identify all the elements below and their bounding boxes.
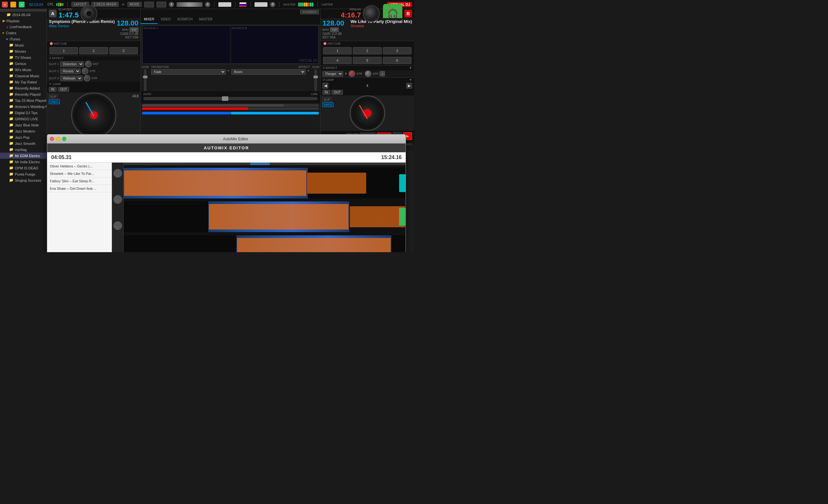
- deck-a-slot2-select[interactable]: Reverb: [60, 68, 81, 74]
- mixer-tab-video[interactable]: VIDEO: [158, 15, 174, 24]
- deck-b-str-knob[interactable]: [349, 71, 355, 77]
- playlist-item-3[interactable]: Eva Shaw – Get Down feat....: [47, 185, 112, 192]
- deck-b-plus-button[interactable]: +: [380, 71, 385, 76]
- track2-blue: [208, 201, 349, 232]
- sidebar-item-livefeedback[interactable]: ♪ LiveFeedback: [0, 24, 47, 30]
- deck-b-cue-2[interactable]: 2: [353, 47, 381, 54]
- mode-button[interactable]: MODE: [127, 2, 142, 7]
- sidebar-item-recentlyplayed[interactable]: 📁 Recently Played: [0, 91, 47, 97]
- sidebar-item-genius[interactable]: 📁 Genius: [0, 60, 47, 66]
- sidebar-item-jazzsmooth[interactable]: 📁 Jazz Smooth: [0, 140, 47, 146]
- gain-b-track[interactable]: [315, 69, 317, 91]
- deck-a-in-button[interactable]: IN: [49, 87, 56, 92]
- gain-a-thumb: [143, 76, 148, 78]
- sidebar-item-recentlyadded[interactable]: 📁 Recently Added: [0, 85, 47, 91]
- sidebar-item-music[interactable]: 📁 Music: [0, 42, 47, 48]
- sidebar-item-playlists[interactable]: ▶ Playlists: [0, 18, 47, 24]
- deck-a-slot3-select[interactable]: Wahwah: [60, 76, 82, 81]
- deck-b-tap-button[interactable]: TAP: [330, 28, 339, 32]
- sidebar-item-jazzblue[interactable]: 📁 Jazz Blue Note: [0, 122, 47, 128]
- transition-effect-select[interactable]: Boom: [231, 69, 306, 75]
- automix-close-button[interactable]: [50, 137, 54, 141]
- deck-b-cue-1[interactable]: 1: [323, 47, 351, 54]
- mixer-tab-mixer[interactable]: MIXER: [141, 15, 158, 24]
- deck-a-slot1-knob[interactable]: [85, 61, 91, 67]
- headphone-btn-1[interactable]: 🎧: [114, 169, 122, 178]
- mixer-mode-button[interactable]: 2 DECK MIXER: [91, 2, 119, 7]
- automix-max-button[interactable]: [62, 137, 66, 141]
- deck-a-slip-label[interactable]: SLIP: [49, 94, 58, 99]
- sidebar-item-digitaldj[interactable]: 📁 Digital DJ Tips: [0, 109, 47, 116]
- deck-b-loop-prev[interactable]: ◀: [323, 83, 328, 89]
- deck-b-in-button[interactable]: IN: [323, 90, 330, 95]
- sidebar-item-itunes[interactable]: ▸ iTunes: [0, 36, 47, 42]
- deck-a-turntable[interactable]: [71, 92, 116, 138]
- deck-b-loop-next[interactable]: ▶: [406, 83, 412, 89]
- deck-a-slot2-knob[interactable]: [82, 68, 88, 74]
- mixer-tab-scratch[interactable]: SCRATCH: [174, 15, 196, 24]
- sandbox-button[interactable]: SANDBOX: [300, 10, 319, 14]
- deck-b-cue-4[interactable]: 4: [323, 57, 351, 64]
- deck-a-album-art: [81, 5, 97, 22]
- sidebar-item-movies[interactable]: 📁 Movies: [0, 48, 47, 54]
- deck-a-tap-button[interactable]: TAP: [130, 28, 138, 32]
- tempo-slider[interactable]: [218, 2, 231, 7]
- volume-track[interactable]: [142, 112, 319, 114]
- sidebar-item-top25[interactable]: 📁 Top 25 Most Played: [0, 97, 47, 103]
- sidebar-item-toprated[interactable]: 📁 My Top Rated: [0, 79, 47, 85]
- sidebar-item-2014[interactable]: 📁 2014-05-04: [0, 12, 47, 18]
- playlist-item-0[interactable]: Oliver Heldens – Gecko (...: [47, 163, 112, 170]
- automix-content: Oliver Heldens – Gecko (... Showtek – We…: [47, 163, 406, 252]
- deck-a-cue-1[interactable]: 1: [49, 47, 78, 54]
- close-button[interactable]: ×: [2, 2, 8, 7]
- sidebar-item-antonio[interactable]: 📁 Antonio's Wedding New: [0, 103, 47, 109]
- deck-a-cue-2[interactable]: 2: [79, 47, 108, 54]
- deck-b-vinyl-label[interactable]: VINYL: [323, 102, 333, 107]
- headphone-btn-2[interactable]: 🎧: [114, 195, 122, 204]
- sidebar-item-90s[interactable]: 📁 90's Music: [0, 66, 47, 73]
- automix-progress-track[interactable]: [124, 163, 406, 165]
- deck-a-slot1-select[interactable]: Distortion: [60, 61, 84, 67]
- sidebar-item-singing[interactable]: 📁 Singing Success: [0, 177, 47, 183]
- sidebar-item-crates[interactable]: ▸ Crates: [0, 30, 47, 36]
- deck-b-cue-5[interactable]: 5: [353, 57, 381, 64]
- eq-midhigh-track[interactable]: [142, 107, 319, 110]
- crossfader-track[interactable]: [143, 97, 318, 100]
- deck-b-out-button[interactable]: OUT: [332, 90, 343, 95]
- deck-b-spd-knob[interactable]: [365, 71, 371, 77]
- deck-b-turntable[interactable]: [349, 95, 385, 131]
- playlist-item-1[interactable]: Showtek – We Like To Par...: [47, 170, 112, 178]
- sidebar-item-jazzpop[interactable]: 📁 Jazz Pop: [0, 134, 47, 140]
- deck-a-slot3-knob[interactable]: [84, 75, 90, 82]
- sidebar-item-mrindie[interactable]: 📁 Mr Indie Electro: [0, 159, 47, 165]
- sidebar-item-punta[interactable]: 📁 Punta Fuego: [0, 171, 47, 177]
- tempo-slider-2[interactable]: [254, 2, 267, 7]
- sidebar-item-mredm[interactable]: 📁 Mr EDM Electro: [0, 152, 47, 159]
- eq-high-track[interactable]: [142, 104, 319, 107]
- gain-a-track[interactable]: [144, 69, 147, 91]
- deck-a-cue-3[interactable]: 3: [109, 47, 138, 54]
- sidebar-item-classical[interactable]: 📁 Classical Music: [0, 73, 47, 79]
- deck-a-artist: Atlas Genius: [49, 24, 115, 28]
- deck-a-vinyl-label[interactable]: VINYL: [49, 100, 60, 104]
- sidebar-item-jazzmodern[interactable]: 📁 Jazz Modern: [0, 128, 47, 134]
- sidebar-item-gringo[interactable]: 📁 GRINGO LIVE: [0, 116, 47, 122]
- deck-b-slip-label[interactable]: SLIP: [323, 97, 332, 102]
- deck-b-cue-6[interactable]: 6: [383, 57, 411, 64]
- mixer-tab-master[interactable]: MASTER: [196, 15, 216, 24]
- maximize-button[interactable]: +: [19, 2, 25, 7]
- playlist-item-2[interactable]: Fatboy Slim – Eat Sleep R...: [47, 178, 112, 185]
- minimize-button[interactable]: –: [10, 2, 16, 7]
- deck-b-effect-select[interactable]: Flanger: [323, 71, 343, 77]
- mixer-video-preview: VIRTUAL DJ SOURCE A SOURCE B: [142, 25, 319, 64]
- sidebar-item-opm[interactable]: 📁 OPM IS DEAD: [0, 165, 47, 171]
- automix-min-button[interactable]: [56, 137, 60, 141]
- clock-display: 02:13:24: [29, 3, 43, 6]
- deck-a-out-button[interactable]: OUT: [58, 87, 69, 92]
- headphone-btn-3[interactable]: 🎧: [114, 222, 122, 230]
- transition-type-select[interactable]: Fade: [151, 69, 226, 75]
- divider-3: [235, 2, 236, 7]
- sidebar-item-mp3tag[interactable]: 📁 mp3tag: [0, 146, 47, 152]
- sidebar-item-tvshows[interactable]: 📁 TV Shows: [0, 54, 47, 60]
- deck-b-cue-3[interactable]: 3: [383, 47, 411, 54]
